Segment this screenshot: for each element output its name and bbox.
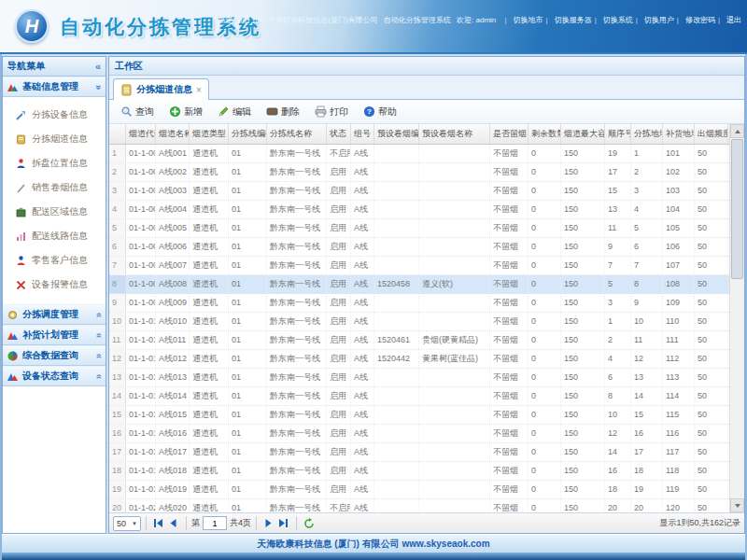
table-cell: 01-1-006 xyxy=(126,238,156,256)
scroll-down-icon[interactable] xyxy=(730,498,744,512)
sidebar-item[interactable]: 配送区域信息 xyxy=(3,200,106,224)
table-row[interactable]: 401-1-004A线004通道机01黔东南一号线启用A线不留烟01501341… xyxy=(109,201,729,219)
table-cell: 启用 xyxy=(327,425,351,442)
table-row[interactable]: 1101-1-011A线011通道机01黔东南一号线启用A线1520461贵烟(… xyxy=(109,331,729,350)
table-row[interactable]: 801-1-008A线008通道机01黔东南一号线启用A线1520458遵义(软… xyxy=(109,275,729,294)
header-link[interactable]: 切换地市 xyxy=(514,16,543,24)
table-cell: 50 xyxy=(695,238,728,256)
accordion-section-collapsed[interactable]: 设备状态查询» xyxy=(3,366,106,386)
accordion-section-expanded[interactable]: 基础信息管理» xyxy=(3,77,106,97)
last-page-button[interactable] xyxy=(276,516,291,531)
header-link[interactable]: 退出 xyxy=(726,16,741,24)
table-cell: 不留烟 xyxy=(490,201,529,218)
table-row[interactable]: 501-1-005A线005通道机01黔东南一号线启用A线不留烟01501151… xyxy=(109,219,729,238)
table-cell: A线006 xyxy=(156,238,190,256)
column-header[interactable]: 状态 xyxy=(327,124,351,144)
column-header[interactable]: 剩余数量 xyxy=(529,124,561,144)
table-cell: 108 xyxy=(663,275,695,293)
header-link[interactable]: 切换用户 xyxy=(644,16,674,24)
table-row[interactable]: 1001-1-010A线010通道机01黔东南一号线启用A线不留烟0150110… xyxy=(109,313,729,331)
column-header[interactable]: 预设卷烟编码 xyxy=(374,124,419,144)
scroll-thumb[interactable] xyxy=(731,139,743,279)
accordion-section-collapsed[interactable]: 补货计划管理» xyxy=(3,325,106,345)
header-link-separator: | xyxy=(546,16,548,24)
table-cell: 启用 xyxy=(327,163,351,181)
table-row[interactable]: 1901-1-019A线019通道机01黔东南一号线启用A线不留烟0150181… xyxy=(109,481,729,499)
table-row[interactable]: 1701-1-017A线017通道机01黔东南一号线启用A线不留烟0150141… xyxy=(109,443,729,462)
column-header[interactable]: 烟道代码 xyxy=(126,124,156,144)
tab-close-icon[interactable]: × xyxy=(196,85,202,95)
sidebar-item[interactable]: 分拣烟道信息 xyxy=(3,127,106,151)
table-cell: 01 xyxy=(229,313,267,330)
refresh-button[interactable] xyxy=(302,516,317,531)
column-header[interactable]: 分拣地址 xyxy=(631,124,663,144)
column-header[interactable]: 顺序号 xyxy=(605,124,631,144)
sidebar-collapse-icon[interactable]: « xyxy=(95,61,101,72)
search-button[interactable]: 查询 xyxy=(115,103,160,121)
sidebar-item-label: 配送区域信息 xyxy=(32,205,88,218)
table-row[interactable]: 301-1-003A线003通道机01黔东南一号线启用A线不留烟01501531… xyxy=(109,182,729,201)
table-row[interactable]: 1501-1-015A线015通道机01黔东南一号线启用A线不留烟0150101… xyxy=(109,406,729,425)
table-cell: 0 xyxy=(529,201,561,218)
sidebar-item[interactable]: 销售卷烟信息 xyxy=(3,175,106,200)
header-link[interactable]: 切换系统 xyxy=(603,16,633,24)
column-header[interactable]: 预设卷烟名称 xyxy=(419,124,490,144)
accordion-section-collapsed[interactable]: 综合数据查询» xyxy=(3,345,106,366)
page-number-input[interactable] xyxy=(203,516,227,530)
table-cell: 通道机 xyxy=(190,145,229,162)
table-row[interactable]: 701-1-007A线007通道机01黔东南一号线启用A线不留烟01507710… xyxy=(109,257,729,275)
column-header[interactable]: 烟道名称 xyxy=(156,124,190,144)
header-link[interactable]: 修改密码 xyxy=(685,16,715,24)
table-cell: 0 xyxy=(529,145,561,162)
table-cell: 50 xyxy=(695,406,728,424)
add-button[interactable]: 新增 xyxy=(163,103,208,121)
scroll-up-icon[interactable] xyxy=(730,124,744,138)
table-row[interactable]: 101-1-001A线001通道机01黔东南一号线不启用A线不留烟0150191… xyxy=(109,145,729,163)
column-header[interactable]: 组号 xyxy=(351,124,374,144)
table-row[interactable]: 1301-1-013A线013通道机01黔东南一号线启用A线不留烟0150613… xyxy=(109,369,729,387)
table-row[interactable]: 901-1-009A线009通道机01黔东南一号线启用A线不留烟01503910… xyxy=(109,294,729,313)
column-header[interactable]: 分拣线名称 xyxy=(267,124,327,144)
toolbar-button-label: 查询 xyxy=(135,105,154,119)
first-page-button[interactable] xyxy=(151,516,166,531)
table-row[interactable]: 1801-1-018A线018通道机01黔东南一号线启用A线不留烟0150161… xyxy=(109,462,729,481)
table-cell: 112 xyxy=(663,350,695,368)
table-row[interactable]: 2001-1-020A线020通道机01黔东南一号线不启用A线不留烟015020… xyxy=(109,499,729,512)
sidebar-item[interactable]: 分拣设备信息 xyxy=(3,103,106,127)
column-header[interactable]: 补货地址 xyxy=(663,124,695,144)
table-cell: 不留烟 xyxy=(490,406,529,424)
sidebar-item[interactable]: 零售客户信息 xyxy=(3,248,106,273)
column-header[interactable]: 烟道类型 xyxy=(190,124,229,144)
table-cell: 115 xyxy=(663,406,695,424)
table-cell xyxy=(419,163,490,181)
print-button[interactable]: 打印 xyxy=(309,103,354,121)
edit-button[interactable]: 编辑 xyxy=(212,103,257,121)
table-cell: 不启用 xyxy=(327,145,351,162)
table-row[interactable]: 601-1-006A线006通道机01黔东南一号线启用A线不留烟01509610… xyxy=(109,238,729,257)
next-page-button[interactable] xyxy=(261,516,276,531)
table-row[interactable]: 201-1-002A线002通道机01黔东南一号线启用A线不留烟01501721… xyxy=(109,163,729,182)
sidebar-item[interactable]: 配送线路信息 xyxy=(3,224,106,248)
column-header[interactable]: 烟道最大容量 xyxy=(561,124,605,144)
table-cell: 16 xyxy=(605,462,631,480)
vertical-scrollbar[interactable] xyxy=(729,124,744,512)
accordion-section-collapsed[interactable]: 分拣调度管理» xyxy=(3,304,106,325)
column-header[interactable]: 是否留烟 xyxy=(490,124,529,144)
column-header[interactable]: 分拣线编码 xyxy=(229,124,267,144)
pager-divider xyxy=(186,516,187,530)
table-row[interactable]: 1401-1-014A线014通道机01黔东南一号线启用A线不留烟0150814… xyxy=(109,387,729,406)
chevron-down-icon: » xyxy=(94,332,105,338)
page-size-select[interactable]: 50 ▼ xyxy=(113,516,141,531)
prev-page-button[interactable] xyxy=(166,516,181,531)
table-cell: 01-1-016 xyxy=(126,425,156,442)
sidebar-item[interactable]: 拆盘位置信息 xyxy=(3,151,106,175)
table-row[interactable]: 1601-1-016A线016通道机01黔东南一号线启用A线不留烟0150121… xyxy=(109,425,729,443)
help-button[interactable]: ?帮助 xyxy=(358,103,402,121)
sidebar-item[interactable]: 设备报警信息 xyxy=(3,273,106,297)
table-row[interactable]: 1201-1-012A线012通道机01黔东南一号线启用A线1520442黄果树… xyxy=(109,350,729,369)
column-header[interactable]: 出烟频度 xyxy=(695,124,728,144)
tab-sorting-channel-info[interactable]: 分拣烟道信息 × xyxy=(113,78,209,100)
header-link[interactable]: 切换服务器 xyxy=(555,16,592,24)
table-cell: 黔东南一号线 xyxy=(267,481,327,498)
delete-button[interactable]: 删除 xyxy=(261,103,305,121)
